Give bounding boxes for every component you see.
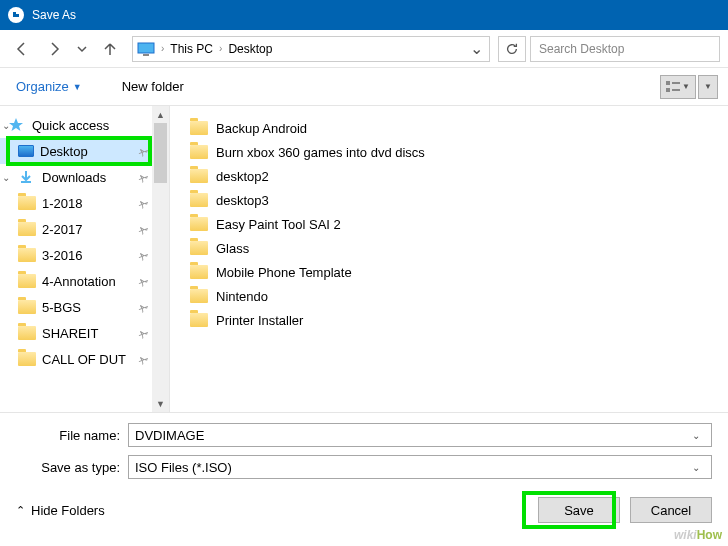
sidebar-item-shareit[interactable]: SHAREIT⊀ xyxy=(0,320,153,346)
address-bar[interactable]: › This PC › Desktop ⌄ xyxy=(132,36,490,62)
watermark: wikiHow xyxy=(674,528,722,542)
organize-menu[interactable]: Organize ▼ xyxy=(10,75,88,98)
folder-icon xyxy=(190,265,208,279)
scroll-thumb[interactable] xyxy=(154,123,167,183)
pin-icon: ⊀ xyxy=(135,169,151,185)
file-item[interactable]: Glass xyxy=(186,236,728,260)
sidebar-item-label: CALL OF DUT xyxy=(42,352,126,367)
view-dropdown[interactable]: ▼ xyxy=(698,75,718,99)
file-name: Mobile Phone Template xyxy=(216,265,352,280)
save-button[interactable]: Save xyxy=(538,497,620,523)
cancel-button[interactable]: Cancel xyxy=(630,497,712,523)
breadcrumb-folder[interactable]: Desktop xyxy=(228,42,272,56)
expander-icon[interactable]: ⌄ xyxy=(2,120,14,131)
file-name: Backup Android xyxy=(216,121,307,136)
sidebar-item-4-annotation[interactable]: 4-Annotation⊀ xyxy=(0,268,153,294)
bottom-bar: File name: DVDIMAGE ⌄ Save as type: ISO … xyxy=(0,412,728,537)
expander-icon[interactable]: ⌄ xyxy=(2,172,14,183)
folder-icon xyxy=(190,145,208,159)
search-input[interactable]: Search Desktop xyxy=(530,36,720,62)
view-options-button[interactable]: ▼ xyxy=(660,75,696,99)
file-item[interactable]: desktop3 xyxy=(186,188,728,212)
svg-rect-3 xyxy=(672,82,680,84)
file-list[interactable]: Backup AndroidBurn xbox 360 games into d… xyxy=(170,106,728,412)
sidebar-item-desktop[interactable]: Desktop⊀ xyxy=(0,138,153,164)
folder-icon xyxy=(18,352,36,366)
nav-bar: › This PC › Desktop ⌄ Search Desktop xyxy=(0,30,728,68)
up-button[interactable] xyxy=(96,36,124,62)
file-name: Nintendo xyxy=(216,289,268,304)
file-name: Easy Paint Tool SAI 2 xyxy=(216,217,341,232)
folder-icon xyxy=(190,121,208,135)
recent-dropdown[interactable] xyxy=(72,36,92,62)
file-item[interactable]: Nintendo xyxy=(186,284,728,308)
chevron-down-icon[interactable]: ⌄ xyxy=(687,462,705,473)
sidebar-item-3-2016[interactable]: 3-2016⊀ xyxy=(0,242,153,268)
svg-rect-0 xyxy=(138,43,154,53)
sidebar-item-label: SHAREIT xyxy=(42,326,98,341)
folder-icon xyxy=(190,217,208,231)
sidebar-item-label: 5-BGS xyxy=(42,300,81,315)
folder-icon xyxy=(190,169,208,183)
scroll-up-arrow[interactable]: ▲ xyxy=(152,106,169,123)
sidebar-item-label: 4-Annotation xyxy=(42,274,116,289)
svg-rect-1 xyxy=(143,54,149,56)
address-dropdown[interactable]: ⌄ xyxy=(467,39,485,58)
chevron-down-icon[interactable]: ⌄ xyxy=(687,430,705,441)
pc-icon xyxy=(137,42,155,56)
hide-folders-toggle[interactable]: ⌃ Hide Folders xyxy=(16,503,105,518)
folder-icon xyxy=(190,289,208,303)
sidebar-item-call-of-dut[interactable]: CALL OF DUT⊀ xyxy=(0,346,153,372)
pin-icon: ⊀ xyxy=(135,273,151,289)
sidebar-item-1-2018[interactable]: 1-2018⊀ xyxy=(0,190,153,216)
folder-icon xyxy=(190,241,208,255)
sidebar-item-5-bgs[interactable]: 5-BGS⊀ xyxy=(0,294,153,320)
file-item[interactable]: Easy Paint Tool SAI 2 xyxy=(186,212,728,236)
folder-icon xyxy=(18,326,36,340)
breadcrumb-root[interactable]: This PC xyxy=(170,42,213,56)
filename-input[interactable]: DVDIMAGE ⌄ xyxy=(128,423,712,447)
svg-rect-2 xyxy=(666,81,670,85)
saveastype-label: Save as type: xyxy=(16,460,128,475)
sidebar-item-label: 2-2017 xyxy=(42,222,82,237)
back-button[interactable] xyxy=(8,36,36,62)
pin-icon: ⊀ xyxy=(135,299,151,315)
sidebar-item-downloads[interactable]: ⌄Downloads⊀ xyxy=(0,164,153,190)
search-placeholder: Search Desktop xyxy=(539,42,624,56)
sidebar: ⌄ Quick access Desktop⊀⌄Downloads⊀1-2018… xyxy=(0,106,170,412)
pin-icon: ⊀ xyxy=(135,143,151,159)
sidebar-item-label: Quick access xyxy=(32,118,109,133)
file-item[interactable]: Mobile Phone Template xyxy=(186,260,728,284)
desktop-icon xyxy=(18,145,34,157)
chevron-up-icon: ⌃ xyxy=(16,504,25,517)
file-name: desktop3 xyxy=(216,193,269,208)
svg-rect-4 xyxy=(666,88,670,92)
chevron-icon: › xyxy=(219,43,222,54)
new-folder-button[interactable]: New folder xyxy=(116,75,190,98)
sidebar-quick-access[interactable]: ⌄ Quick access xyxy=(0,112,153,138)
folder-icon xyxy=(18,274,36,288)
file-item[interactable]: desktop2 xyxy=(186,164,728,188)
file-item[interactable]: Printer Installer xyxy=(186,308,728,332)
main-area: ⌄ Quick access Desktop⊀⌄Downloads⊀1-2018… xyxy=(0,106,728,412)
scroll-down-arrow[interactable]: ▼ xyxy=(152,395,169,412)
pin-icon: ⊀ xyxy=(135,325,151,341)
file-item[interactable]: Backup Android xyxy=(186,116,728,140)
file-item[interactable]: Burn xbox 360 games into dvd discs xyxy=(186,140,728,164)
pin-icon: ⊀ xyxy=(135,247,151,263)
sidebar-item-2-2017[interactable]: 2-2017⊀ xyxy=(0,216,153,242)
title-bar: Save As xyxy=(0,0,728,30)
window-title: Save As xyxy=(32,8,76,22)
saveastype-combo[interactable]: ISO Files (*.ISO) ⌄ xyxy=(128,455,712,479)
sidebar-item-label: 1-2018 xyxy=(42,196,82,211)
pin-icon: ⊀ xyxy=(135,195,151,211)
filename-label: File name: xyxy=(16,428,128,443)
forward-button[interactable] xyxy=(40,36,68,62)
svg-rect-5 xyxy=(672,89,680,91)
toolbar: Organize ▼ New folder ▼ ▼ xyxy=(0,68,728,106)
chevron-down-icon: ▼ xyxy=(73,82,82,92)
sidebar-scrollbar[interactable]: ▲ ▼ xyxy=(152,106,169,412)
folder-icon xyxy=(190,313,208,327)
sidebar-item-label: Downloads xyxy=(42,170,106,185)
refresh-button[interactable] xyxy=(498,36,526,62)
